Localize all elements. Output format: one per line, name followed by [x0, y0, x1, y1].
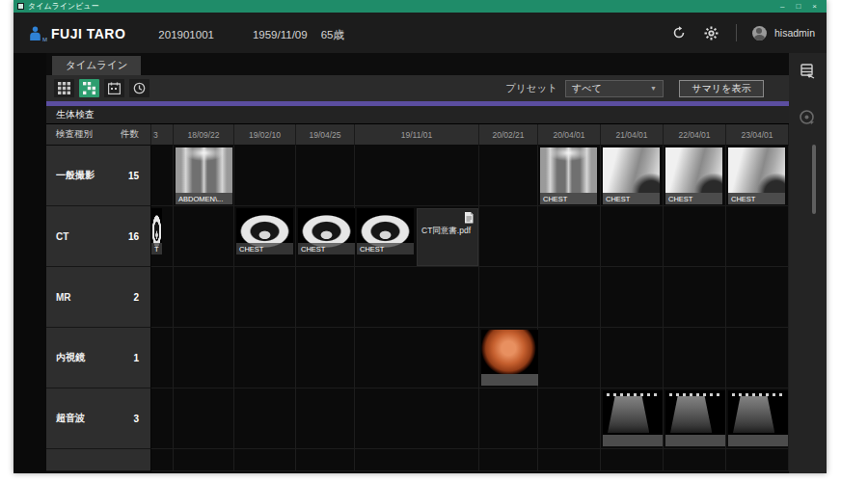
row-header: 一般撮影15 [46, 146, 151, 206]
sex-mark: M [42, 37, 47, 42]
vertical-scrollbar[interactable] [812, 145, 816, 214]
thumbnail-label: CHEST [298, 243, 355, 254]
pdf-document-item[interactable]: CT同意書.pdf [417, 208, 478, 266]
row-type-label: 一般撮影 [56, 169, 95, 182]
preset-label: プリセット [505, 82, 557, 95]
row-header: 超音波3 [46, 388, 151, 449]
ct-thumbnail[interactable]: CHEST [236, 208, 293, 254]
app-window: タイムラインビュー – □ × M FUJI TARO 201901001 19… [14, 0, 827, 473]
settings-gear-icon[interactable] [703, 24, 720, 41]
date-header: 19/11/01 [355, 124, 479, 146]
disc-sync-icon[interactable] [799, 109, 818, 128]
refresh-button[interactable] [670, 24, 688, 41]
header-count: 件数 [121, 128, 139, 141]
maximize-button[interactable]: □ [796, 2, 800, 11]
grid-cell [174, 388, 234, 449]
ultrasound-thumbnail[interactable] [665, 390, 725, 446]
grid-cell [664, 449, 726, 471]
summary-button[interactable]: サマリを表示 [679, 80, 764, 97]
ct-thumbnail[interactable]: T [151, 208, 162, 254]
grid-cell [355, 146, 479, 206]
grid-cell [355, 328, 479, 388]
date-header: 20/02/21 [479, 124, 538, 146]
left-strip [14, 53, 46, 473]
ultrasound-thumbnail-image [728, 390, 788, 435]
xray-thumbnail[interactable]: CHEST [540, 147, 597, 204]
history-view-icon[interactable] [129, 79, 149, 97]
username: hisadmin [774, 27, 815, 39]
grid-cell [174, 449, 234, 471]
toolbar: プリセット すべて ▼ サマリを表示 [46, 75, 789, 101]
grid-cell [479, 449, 538, 471]
thumbnail-label: CHEST [236, 243, 293, 254]
grid-view-icon[interactable] [54, 79, 74, 97]
grid-cell [601, 449, 664, 471]
ultrasound-thumbnail[interactable] [728, 390, 788, 446]
grid-cell [355, 267, 479, 328]
grid-cell [538, 449, 601, 471]
xray-thumbnail-image [665, 147, 722, 193]
date-header: 19/02/10 [234, 124, 296, 146]
calendar-view-icon[interactable] [104, 79, 124, 97]
xray-thumbnail[interactable]: CHEST [665, 147, 722, 204]
minimize-button[interactable]: – [780, 2, 784, 11]
thumbnail-label: CHEST [357, 243, 414, 254]
right-sidebar [789, 53, 827, 473]
grid-cell [479, 146, 538, 206]
timeline-view-icon[interactable] [79, 79, 99, 97]
xray-thumbnail-image [540, 147, 597, 193]
xray-thumbnail[interactable]: CHEST [603, 147, 660, 204]
patient-id: 201901001 [158, 29, 214, 40]
grid-cell [234, 146, 296, 206]
grid-cell [174, 267, 234, 328]
grid-cell [726, 267, 789, 328]
header-exam-type: 検査種別 [56, 128, 93, 141]
file-icon [464, 212, 474, 224]
grid-cell [296, 449, 355, 471]
row-count: 1 [133, 353, 139, 363]
grid-cell [726, 449, 789, 471]
titlebar: タイムラインビュー – □ × [14, 0, 827, 13]
grid-cell [479, 206, 538, 267]
tab-timeline[interactable]: タイムライン [52, 56, 141, 75]
xray-thumbnail[interactable]: ABDOMEN\... [176, 147, 232, 204]
grid-cell [479, 267, 538, 328]
user-avatar [752, 26, 767, 40]
grid-cell [538, 267, 601, 328]
row-count: 15 [128, 171, 139, 181]
row-type-label: 超音波 [56, 412, 85, 425]
ultrasound-thumbnail-image [665, 390, 725, 435]
grid-cell [726, 206, 789, 267]
thumbnail-label: T [151, 243, 162, 254]
grid-cell [664, 206, 726, 267]
column-header-type-count: 検査種別件数 [46, 124, 151, 146]
grid-cell [355, 449, 479, 471]
grid-cell [234, 449, 296, 471]
grid-cell [355, 388, 479, 449]
grid-cell [151, 146, 174, 206]
grid-cell [726, 328, 789, 388]
endoscopy-thumbnail[interactable] [481, 330, 538, 386]
xray-thumbnail[interactable]: CHEST [728, 147, 785, 204]
preset-select[interactable]: すべて ▼ [565, 80, 664, 97]
date-header: 22/04/01 [664, 124, 726, 146]
grid-cell [479, 388, 538, 449]
thumbnail-label [728, 435, 788, 446]
grid-cell [174, 206, 234, 267]
grid-cell [151, 449, 174, 471]
row-header [46, 449, 151, 471]
pdf-filename: CT同意書.pdf [421, 226, 474, 237]
row-header: MR2 [46, 267, 151, 328]
close-button[interactable]: × [812, 2, 817, 11]
ultrasound-thumbnail[interactable] [603, 390, 663, 446]
thumbnail-label [665, 435, 725, 446]
ct-thumbnail[interactable]: CHEST [357, 208, 414, 254]
ct-thumbnail[interactable]: CHEST [298, 208, 355, 254]
export-server-icon[interactable] [799, 63, 818, 82]
date-header: 18/09/22 [174, 124, 234, 146]
grid-cell [664, 328, 726, 388]
date-header: 20/04/01 [538, 124, 601, 146]
date-header: 19/04/25 [296, 124, 355, 146]
date-header: 23/04/01 [726, 124, 789, 146]
grid-cell [538, 388, 601, 449]
